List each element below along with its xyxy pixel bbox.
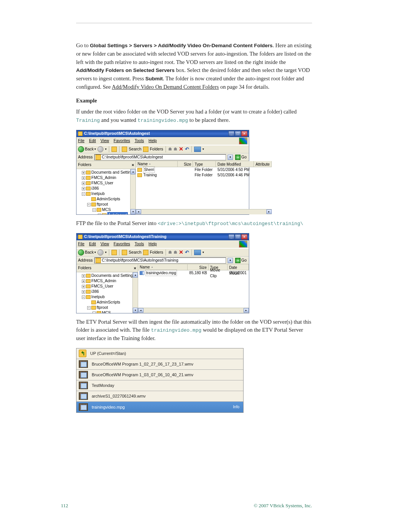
titlebar[interactable]: C:\Inetpub\ftproot\MCS\AutoIngest\Traini… [76,233,249,240]
expander-icon[interactable]: + [82,187,85,190]
expander-icon[interactable]: + [82,171,85,174]
scroll-left-icon[interactable]: ◂ [136,209,141,214]
scroll-left-icon[interactable]: ◂ [138,308,143,313]
move-icon[interactable]: ☗ [168,249,172,256]
minimize-button[interactable]: _ [228,131,234,136]
maximize-button[interactable]: □ [235,234,241,240]
list-row[interactable]: trainingvideo.mpg 85,180 KB Movie Clip 7… [138,270,249,276]
address-input[interactable]: C:\Inetpub\ftproot\MCS\AutoIngest\Traini… [94,257,226,264]
portal-row[interactable]: BruceOfficeWM Program 1_02_27_06_17_23_1… [76,359,243,370]
portal-row[interactable]: archiveS1_0227061249.wmv [76,391,243,402]
close-button[interactable]: × [241,234,247,240]
address-input[interactable]: C:\Inetpub\ftproot\MCS\AutoIngest [94,154,226,160]
close-button[interactable]: × [241,131,247,136]
list-scrollbar-h[interactable]: ◂ ▸ [136,209,271,214]
folders-button[interactable]: Folders [150,146,163,152]
portal-up-row[interactable]: UP (Current=/Stan) [76,348,243,359]
list-row[interactable]: Sherri File Folder 5/31/2006 4:50 PM [136,167,271,173]
menu-view[interactable]: View [100,138,109,144]
back-button[interactable]: Back ▾ [78,249,96,256]
expander-icon[interactable]: − [92,208,96,212]
expander-icon[interactable]: + [82,182,85,185]
link-add-modify[interactable]: Add/Modify Video On Demand Content Folde… [112,84,219,90]
undo-icon[interactable]: ↶ [185,249,189,256]
col-name[interactable]: Name▴ [136,161,178,167]
views-icon[interactable] [194,147,201,152]
col-size[interactable]: Size [178,161,193,167]
expander-icon[interactable]: − [98,214,101,214]
menu-help[interactable]: Help [148,138,157,144]
expander-icon[interactable]: − [82,296,85,299]
file-list[interactable]: Name▴ Size Type Date Modified Attribute … [136,161,271,214]
col-attr[interactable]: Attribute [254,161,271,167]
go-button[interactable]: → Go [234,257,247,264]
folders-button[interactable]: Folders [150,249,163,256]
menu-edit[interactable]: Edit [89,138,96,144]
window-title: C:\Inetpub\ftproot\MCS\AutoIngest\Traini… [84,234,228,240]
portal-row[interactable]: BruceOfficeWM Program 1_03_07_06_10_40_2… [76,370,243,380]
menu-file[interactable]: File [78,241,84,247]
titlebar[interactable]: C:\Inetpub\ftproot\MCS\AutoIngest _ □ × [76,130,249,137]
move-icon[interactable]: ☗ [168,146,172,152]
menu-favorites[interactable]: Favorites [114,241,130,247]
menu-tools[interactable]: Tools [135,138,144,144]
undo-icon[interactable]: ↶ [185,145,189,153]
folder-tree[interactable]: +Documents and Settings +FMCS_Admin +FMC… [76,272,138,313]
expander-icon[interactable]: − [82,192,85,196]
search-button[interactable]: Search [129,249,141,256]
col-date[interactable]: Date Modified [216,161,254,167]
delete-icon[interactable]: ✕ [179,145,183,153]
scroll-right-icon[interactable]: ▸ [266,209,272,214]
folder-tree[interactable]: +Documents and Settings +FMCS_Admin +FMC… [76,169,135,214]
tree-scrollbar[interactable]: ▴ ▾ [132,272,138,313]
folders-close-icon[interactable]: × [134,265,136,272]
menu-view[interactable]: View [100,241,109,247]
folders-close-icon[interactable]: × [132,162,134,168]
menu-tools[interactable]: Tools [135,241,144,247]
tree-selected[interactable]: AutoIngest [107,212,128,214]
up-icon[interactable] [112,147,117,152]
forward-button[interactable] [97,249,104,256]
back-button[interactable]: Back ▾ [78,146,96,152]
col-type[interactable]: Type [193,161,216,167]
menu-help[interactable]: Help [148,241,157,247]
portal-row-selected[interactable]: trainingvideo.mpg Info [76,402,243,412]
info-link[interactable]: Info [233,404,239,410]
minimize-button[interactable]: _ [228,234,234,240]
portal-row[interactable]: TestMonday [76,380,243,391]
delete-icon[interactable]: ✕ [179,248,183,256]
menu-file[interactable]: File [78,138,84,144]
expander-icon[interactable]: − [87,306,91,310]
copy-icon[interactable]: ☗ [174,146,177,152]
copy-icon[interactable]: ☗ [174,249,177,256]
file-list[interactable]: Name▴ Size Type Date Modifi trainingvide… [138,264,249,313]
scroll-right-icon[interactable]: ▸ [244,308,249,313]
expander-icon[interactable]: − [92,312,96,313]
views-icon[interactable] [194,250,201,255]
scroll-up-icon[interactable]: ▴ [133,272,138,278]
tree-scrollbar[interactable]: ▴ ▾ [130,169,135,214]
address-dropdown[interactable]: ▾ [228,155,233,160]
up-icon[interactable] [112,250,117,255]
expander-icon[interactable]: + [82,285,85,288]
menu-favorites[interactable]: Favorites [114,138,130,144]
list-scrollbar-h[interactable]: ◂ ▸ [138,308,249,313]
col-size[interactable]: Size [188,264,209,270]
scroll-up-icon[interactable]: ▴ [131,169,135,174]
scroll-down-icon[interactable]: ▾ [133,308,138,313]
go-button[interactable]: → Go [234,154,247,160]
address-dropdown[interactable]: ▾ [228,258,233,263]
list-row[interactable]: Training File Folder 5/31/2006 4:46 PM [136,173,271,178]
maximize-button[interactable]: □ [235,131,241,136]
expander-icon[interactable]: − [87,203,91,206]
expander-icon[interactable]: + [82,280,85,283]
expander-icon[interactable]: + [82,290,85,294]
scroll-down-icon[interactable]: ▾ [131,209,135,214]
col-date[interactable]: Date Modifi [228,264,249,270]
menu-edit[interactable]: Edit [89,241,96,247]
expander-icon[interactable]: + [82,176,85,180]
search-button[interactable]: Search [129,146,141,152]
expander-icon[interactable]: + [82,274,85,278]
forward-button[interactable] [97,146,104,152]
col-name[interactable]: Name▴ [138,264,188,270]
